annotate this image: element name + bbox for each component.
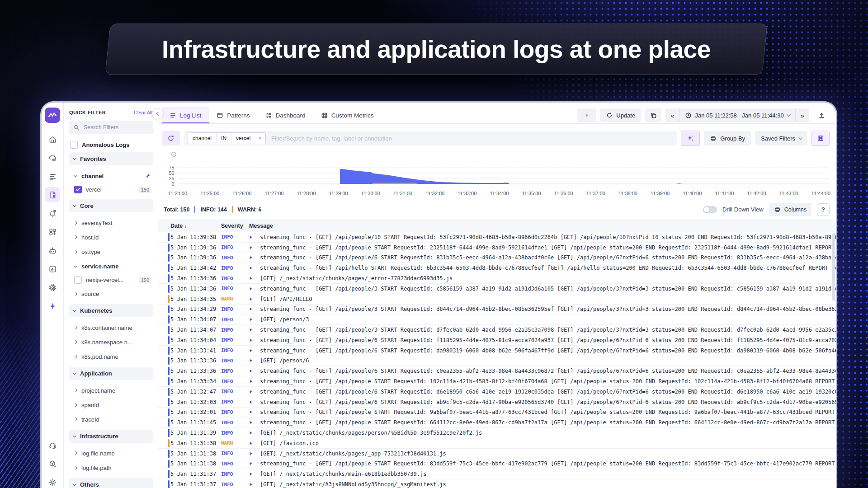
expand-row-icon[interactable] bbox=[249, 380, 260, 383]
expand-row-icon[interactable] bbox=[249, 349, 260, 352]
services-nav-icon[interactable] bbox=[45, 150, 60, 165]
expand-row-icon[interactable] bbox=[249, 483, 260, 486]
log-row[interactable]: 5 Jan 11:31:37INFO[GET] /_next/static/ch… bbox=[158, 469, 836, 479]
time-range-picker[interactable]: Jan 05 11:22:58 - Jan 05 11:44:30 bbox=[680, 108, 795, 122]
tab-dashboard[interactable]: Dashboard bbox=[258, 107, 313, 123]
drill-down-toggle[interactable] bbox=[703, 206, 717, 213]
log-row[interactable]: 5 Jan 11:31:38INFOstreaming_func - [GET]… bbox=[158, 459, 836, 469]
log-row[interactable]: 5 Jan 11:33:34INFOstreaming_func - [GET]… bbox=[158, 376, 836, 387]
tab-patterns[interactable]: Patterns bbox=[209, 107, 257, 123]
settings-nav-icon[interactable] bbox=[45, 474, 60, 488]
log-row[interactable]: 5 Jan 11:34:07INFOstreaming_func - [GET]… bbox=[158, 325, 836, 335]
filter-attr-spanid[interactable]: spanId bbox=[69, 398, 153, 412]
log-row[interactable]: 5 Jan 11:31:39INFO[GET] /_next/static/ch… bbox=[158, 428, 836, 438]
filter-section-favorites[interactable]: Favorites bbox=[69, 152, 153, 165]
filter-search-input[interactable]: channel IN vercel × Filter/Search by nam… bbox=[184, 131, 677, 145]
filter-attr-traceid[interactable]: traceId bbox=[69, 412, 153, 427]
log-row[interactable]: 5 Jan 11:34:35WARN[GET] /API/HELLO bbox=[158, 294, 836, 305]
time-back-button[interactable]: « bbox=[665, 108, 679, 122]
traces-nav-icon[interactable] bbox=[45, 169, 60, 184]
expand-row-icon[interactable] bbox=[249, 369, 260, 373]
expand-row-icon[interactable] bbox=[249, 235, 260, 239]
log-row[interactable]: 5 Jan 11:33:36INFOstreaming_func - [GET]… bbox=[158, 366, 836, 376]
log-row[interactable]: 5 Jan 11:39:38INFOstreaming_func - [GET]… bbox=[158, 232, 836, 243]
logs-nav-icon[interactable] bbox=[45, 187, 60, 202]
expand-row-icon[interactable] bbox=[249, 297, 260, 301]
log-row[interactable]: 5 Jan 11:32:03INFOstreaming_func - [GET]… bbox=[158, 397, 836, 408]
log-row[interactable]: 5 Jan 11:32:01INFOstreaming_func - [GET]… bbox=[158, 408, 836, 418]
expand-row-icon[interactable] bbox=[249, 256, 260, 259]
expand-row-icon[interactable] bbox=[249, 307, 260, 311]
expand-row-icon[interactable] bbox=[249, 277, 260, 280]
expand-row-icon[interactable] bbox=[249, 287, 260, 291]
log-row[interactable]: 5 Jan 11:34:42INFOstreaming_func - [GET]… bbox=[158, 263, 836, 273]
log-row[interactable]: 5 Jan 11:34:07INFO[GET] /person/3 bbox=[158, 314, 836, 325]
signoz-logo[interactable] bbox=[45, 108, 60, 123]
chart-plot-area[interactable]: 0255075 bbox=[163, 153, 831, 189]
expand-row-icon[interactable] bbox=[249, 462, 260, 465]
filter-attr-log-file-path[interactable]: log.file.path bbox=[69, 460, 153, 475]
expand-row-icon[interactable] bbox=[249, 441, 260, 445]
filter-section-core[interactable]: Core bbox=[69, 199, 153, 212]
refresh-query-button[interactable] bbox=[162, 131, 180, 145]
anomalous-logs-filter[interactable]: Anomalous Logs bbox=[70, 141, 152, 149]
dashboards-nav-icon[interactable] bbox=[45, 224, 60, 239]
expand-row-icon[interactable] bbox=[249, 338, 260, 342]
expand-row-icon[interactable] bbox=[249, 266, 260, 270]
filter-value-vercel[interactable]: vercel150 bbox=[69, 183, 153, 196]
search-filters-input[interactable] bbox=[83, 124, 134, 131]
support-nav-icon[interactable] bbox=[45, 437, 60, 453]
log-row[interactable]: 5 Jan 11:33:36INFO[GET] /person/6 bbox=[158, 356, 836, 366]
columns-button[interactable]: Columns bbox=[769, 203, 811, 216]
expand-row-icon[interactable] bbox=[249, 246, 260, 249]
table-scrollbar[interactable] bbox=[832, 233, 835, 301]
expand-row-icon[interactable] bbox=[249, 421, 260, 424]
expand-row-icon[interactable] bbox=[249, 431, 260, 435]
log-row[interactable]: 5 Jan 11:34:36INFOstreaming_func - [GET]… bbox=[158, 284, 836, 294]
help-button[interactable]: ? bbox=[817, 203, 830, 216]
filter-chip[interactable]: channel IN vercel × bbox=[188, 132, 266, 144]
severity-column-header[interactable]: Severity bbox=[221, 223, 249, 229]
expand-row-icon[interactable] bbox=[249, 410, 260, 414]
ai-filter-button[interactable] bbox=[681, 131, 700, 146]
home-nav-icon[interactable] bbox=[45, 131, 60, 147]
expand-row-icon[interactable] bbox=[249, 328, 260, 332]
filter-attr-project-name[interactable]: project.name bbox=[69, 383, 153, 398]
update-button[interactable]: Update bbox=[600, 108, 641, 122]
alerts-nav-icon[interactable] bbox=[45, 206, 60, 221]
collapse-filters-button[interactable] bbox=[152, 108, 163, 119]
logs-frequency-chart[interactable]: 0255075 11:24:0011:25:0011:26:0011:27:00… bbox=[158, 151, 836, 199]
filter-attr-k8s-namespace-n[interactable]: k8s.namespace.n... bbox=[69, 335, 153, 349]
filter-attr-log-file-name[interactable]: log.file.name bbox=[69, 446, 153, 460]
filter-attr-os-type[interactable]: os.type bbox=[69, 244, 153, 259]
date-column-header[interactable]: Date ↓ bbox=[170, 223, 221, 229]
log-row[interactable]: 5 Jan 11:34:36INFO[GET] /_next/static/ch… bbox=[158, 273, 836, 284]
filter-attr-channel[interactable]: channel bbox=[69, 169, 153, 183]
tab-log-list[interactable]: Log List bbox=[162, 107, 209, 123]
expand-row-icon[interactable] bbox=[249, 452, 260, 455]
checkbox[interactable] bbox=[74, 186, 82, 193]
expand-row-icon[interactable] bbox=[249, 318, 260, 321]
pin-icon[interactable] bbox=[145, 173, 151, 179]
log-row[interactable]: 5 Jan 11:31:37INFO[GET] /_next/static/A3… bbox=[158, 479, 836, 488]
log-row[interactable]: 5 Jan 11:34:29INFOstreaming_func - [GET]… bbox=[158, 305, 836, 315]
filter-value-nextjs-vercel[interactable]: nextjs-vercel...150 bbox=[69, 273, 153, 286]
log-row[interactable]: 5 Jan 11:39:36INFOstreaming_func - [GET]… bbox=[158, 243, 836, 253]
filter-section-infrastructure[interactable]: Infrastructure bbox=[69, 430, 153, 443]
expand-row-icon[interactable] bbox=[249, 359, 260, 362]
filter-attr-host-id[interactable]: host.id bbox=[69, 230, 153, 244]
infrastructure-nav-icon[interactable] bbox=[45, 280, 60, 295]
filter-attr-k8s-container-name[interactable]: k8s.container.name bbox=[69, 320, 153, 335]
checkbox[interactable] bbox=[74, 276, 82, 284]
integrations-nav-icon[interactable] bbox=[45, 456, 60, 471]
log-row[interactable]: 5 Jan 11:31:38WARN[GET] /favicon.ico bbox=[158, 438, 836, 449]
message-column-header[interactable]: Message bbox=[249, 223, 273, 229]
group-by-button[interactable]: Group By bbox=[704, 131, 751, 145]
expand-row-icon[interactable] bbox=[249, 400, 260, 404]
filter-search-box[interactable] bbox=[69, 121, 153, 134]
time-forward-button[interactable]: » bbox=[795, 108, 809, 122]
live-play-button[interactable] bbox=[577, 108, 596, 122]
signoz-ai-nav-icon[interactable] bbox=[45, 298, 60, 314]
filter-attr-k8s-pod-name[interactable]: k8s.pod.name bbox=[69, 349, 153, 364]
info-icon[interactable] bbox=[171, 151, 177, 157]
